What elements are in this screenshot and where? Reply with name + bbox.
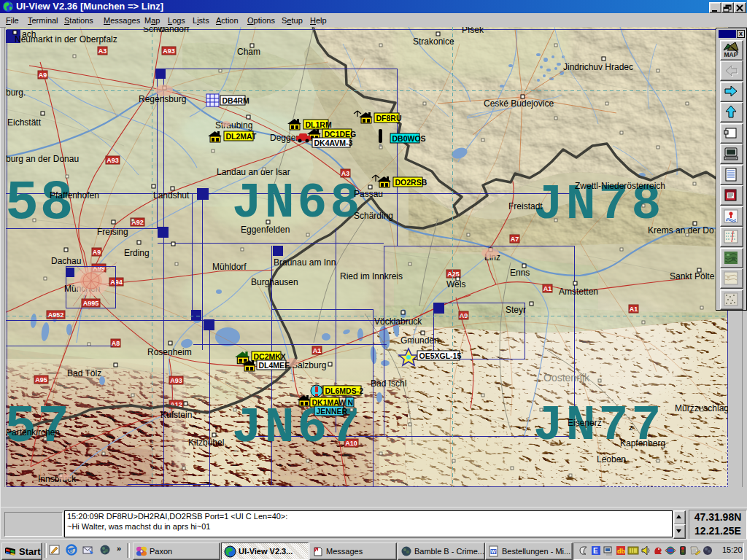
svg-text:Schärding: Schärding: [354, 211, 393, 221]
svg-text:burg an der Donau: burg an der Donau: [6, 154, 79, 164]
svg-text:Schwandorf: Schwandorf: [143, 27, 190, 34]
svg-text:Krems an der Do: Krems an der Do: [648, 225, 714, 236]
svg-text:Zwettl-Niederösterreich: Zwettl-Niederösterreich: [575, 181, 665, 191]
svg-text:Dachau: Dachau: [51, 256, 81, 266]
svg-text:Passau: Passau: [354, 189, 383, 199]
svg-text:Innsbruck: Innsbruck: [38, 474, 77, 484]
svg-text:Písek: Písek: [462, 27, 484, 35]
svg-text:Rosenheim: Rosenheim: [147, 347, 192, 357]
svg-text:A9: A9: [39, 71, 47, 79]
svg-text:Steyr: Steyr: [506, 305, 526, 315]
svg-text:A95: A95: [35, 376, 47, 384]
svg-text:A3: A3: [98, 47, 107, 55]
svg-text:DL4MEE: DL4MEE: [259, 361, 290, 370]
svg-text:A9: A9: [93, 249, 101, 256]
svg-text:Landau an der Isar: Landau an der Isar: [217, 167, 290, 177]
svg-text:Ceské Budejovice: Ceské Budejovice: [484, 98, 554, 109]
svg-text:burg.: burg.: [6, 88, 26, 98]
svg-text:DK1MAW: DK1MAW: [312, 398, 347, 407]
svg-text:A7: A7: [511, 236, 519, 243]
svg-text:A1: A1: [630, 306, 638, 313]
svg-text:OE5XGL-15: OE5XGL-15: [419, 351, 462, 360]
svg-text:Oostenrijk: Oostenrijk: [543, 372, 590, 384]
svg-text:Cham: Cham: [237, 47, 260, 57]
svg-text:Eggenfelden: Eggenfelden: [241, 225, 290, 235]
svg-text:Partenkirchen: Partenkirchen: [6, 427, 60, 438]
svg-text:Bad Tölz: Bad Tölz: [67, 368, 101, 378]
svg-text:DC2MKX: DC2MKX: [254, 352, 286, 361]
svg-text:JN68: JN68: [232, 175, 363, 231]
svg-text:Gmunden: Gmunden: [400, 335, 439, 346]
svg-text:Landshut: Landshut: [153, 190, 190, 201]
svg-text:A952: A952: [48, 311, 64, 319]
svg-text:N: N: [348, 398, 354, 407]
svg-text:Kitzbühel: Kitzbühel: [188, 438, 224, 448]
svg-text:Mühldorf: Mühldorf: [212, 262, 247, 272]
svg-text:A995: A995: [83, 300, 99, 307]
svg-text:JN58: JN58: [6, 172, 74, 235]
svg-text:DK4AVM-3: DK4AVM-3: [314, 139, 353, 147]
svg-text:Freistadt: Freistadt: [508, 201, 543, 211]
svg-text:z: z: [629, 423, 633, 432]
svg-text:DF8RU: DF8RU: [376, 114, 402, 122]
svg-text:MAP: MAP: [724, 51, 738, 58]
svg-text:A1: A1: [543, 285, 552, 292]
svg-text:DB4RM: DB4RM: [222, 96, 250, 105]
svg-text:DO2RSB: DO2RSB: [395, 178, 427, 187]
svg-text:Eisenerz: Eisenerz: [568, 418, 602, 428]
svg-text:Amstetten: Amstetten: [559, 287, 598, 297]
svg-text:Vöcklabruck: Vöcklabruck: [374, 316, 422, 327]
svg-text:Strakonice: Strakonice: [413, 36, 454, 47]
svg-text:DL6MDS-2: DL6MDS-2: [325, 386, 364, 395]
svg-text:Straubing: Straubing: [215, 120, 252, 131]
svg-text:A93: A93: [163, 47, 175, 55]
svg-text:Jindrichuv Hradec: Jindrichuv Hradec: [563, 62, 633, 72]
svg-text:Kufstein: Kufstein: [160, 410, 192, 420]
svg-text:W: W: [491, 549, 496, 554]
svg-text:Kapfenberg: Kapfenberg: [620, 438, 665, 448]
svg-text:Burghausen: Burghausen: [251, 277, 298, 287]
svg-text:Bad Ischl: Bad Ischl: [371, 378, 406, 389]
svg-text:Eichstätt: Eichstätt: [7, 117, 42, 128]
svg-text:A93: A93: [107, 157, 119, 164]
svg-text:DL1RM: DL1RM: [306, 120, 332, 129]
svg-text:Ried im Innkreis: Ried im Innkreis: [340, 271, 403, 281]
svg-text:Braunau am Inn: Braunau am Inn: [274, 257, 336, 268]
svg-text:Leoben: Leoben: [597, 454, 626, 464]
svg-text:ach: ach: [22, 29, 36, 39]
svg-text:E: E: [593, 547, 598, 555]
svg-text:DB0WOS: DB0WOS: [392, 134, 426, 143]
svg-text:Enns: Enns: [510, 268, 530, 278]
svg-text:Wels: Wels: [446, 279, 465, 289]
svg-text:db: db: [617, 548, 625, 555]
svg-text:JENNER: JENNER: [317, 407, 348, 416]
svg-text:A93: A93: [170, 377, 182, 384]
svg-text:Pfaffenhofen: Pfaffenhofen: [50, 190, 99, 201]
svg-text:Freising: Freising: [97, 227, 128, 237]
svg-text:A1: A1: [313, 347, 322, 354]
svg-text:A94: A94: [110, 279, 123, 286]
svg-text:Erding: Erding: [124, 248, 150, 258]
svg-text:Sankt Pölte: Sankt Pölte: [670, 271, 715, 281]
svg-text:DL2MAT: DL2MAT: [226, 132, 257, 141]
svg-text:DC1DEG: DC1DEG: [325, 130, 357, 139]
svg-text:e: e: [69, 545, 73, 554]
